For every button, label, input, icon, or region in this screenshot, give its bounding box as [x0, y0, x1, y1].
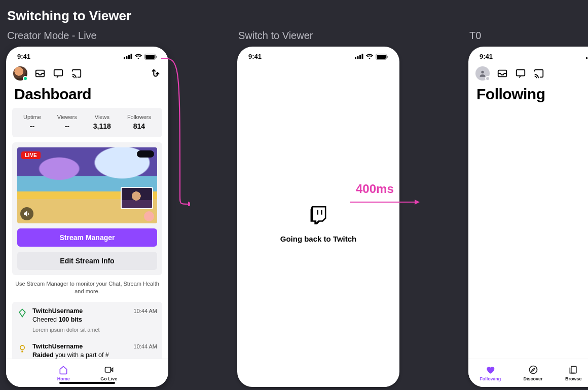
- svg-point-25: [481, 71, 484, 73]
- tab-browse[interactable]: Browse: [565, 365, 582, 381]
- svg-rect-10: [105, 367, 111, 372]
- stat-viewers: Viewers--: [57, 114, 77, 130]
- svg-marker-33: [415, 200, 420, 205]
- duration-annotation: 400ms: [356, 182, 394, 196]
- wifi-icon: [365, 54, 374, 59]
- feed-item[interactable]: TwitchUsername Raided you with a part of…: [12, 337, 162, 359]
- stream-card: LIVE Stream Manager Edit Stream Info: [12, 142, 162, 275]
- avatar[interactable]: [13, 66, 27, 81]
- tab-home[interactable]: Home: [57, 365, 70, 381]
- phone-viewer: 9:41 Following: [468, 47, 588, 387]
- status-bar: 9:41: [237, 47, 399, 62]
- cellular-icon: [124, 54, 132, 59]
- inbox-icon[interactable]: [34, 68, 46, 79]
- cellular-icon: [355, 54, 363, 59]
- bulb-icon: [17, 343, 27, 354]
- character-icon: [144, 211, 154, 221]
- edit-stream-info-button[interactable]: Edit Stream Info: [17, 252, 157, 270]
- battery-icon: [144, 54, 157, 60]
- svg-rect-13: [359, 55, 361, 60]
- svg-rect-8: [54, 70, 63, 76]
- activity-feed: TwitchUsername Cheered 100 bits Lorem ip…: [12, 302, 162, 359]
- status-time: 9:41: [480, 53, 493, 60]
- column-label-t0: T0: [468, 27, 588, 47]
- feed-username: TwitchUsername: [32, 342, 129, 351]
- svg-rect-29: [571, 366, 576, 373]
- inbox-icon[interactable]: [497, 68, 508, 79]
- avatar[interactable]: [475, 66, 490, 81]
- live-badge: LIVE: [21, 151, 41, 159]
- quality-badge: [137, 150, 154, 158]
- tab-following[interactable]: Following: [480, 365, 501, 381]
- feed-item[interactable]: TwitchUsername Cheered 100 bits Lorem ip…: [12, 302, 162, 338]
- stream-hint: Use Stream Manager to monitor your Chat,…: [12, 275, 162, 298]
- chat-icon[interactable]: [53, 68, 64, 79]
- screen-title: Dashboard: [6, 84, 168, 108]
- switch-mode-icon[interactable]: [150, 68, 161, 79]
- svg-rect-0: [124, 57, 125, 59]
- svg-marker-31: [188, 202, 190, 206]
- svg-rect-12: [357, 56, 359, 59]
- transition-message: Going back to Twitch: [280, 235, 357, 243]
- column-label-switch: Switch to Viewer: [237, 27, 399, 47]
- stat-followers: Followers814: [127, 114, 151, 130]
- svg-rect-14: [362, 54, 363, 59]
- page-title: Switching to Viewer: [0, 0, 588, 27]
- diamond-icon: [17, 308, 27, 318]
- svg-point-28: [529, 366, 537, 374]
- stat-views: Views3,118: [93, 114, 111, 130]
- svg-rect-6: [156, 56, 157, 58]
- chat-icon[interactable]: [515, 68, 526, 79]
- status-bar: 9:41: [6, 47, 168, 62]
- screen-title: Following: [468, 84, 588, 108]
- battery-icon: [376, 54, 388, 60]
- status-bar: 9:41: [468, 47, 588, 62]
- svg-rect-2: [128, 55, 130, 60]
- svg-point-9: [20, 346, 24, 350]
- column-label-creator: Creator Mode - Live: [6, 27, 168, 47]
- cast-icon[interactable]: [71, 68, 82, 79]
- stream-preview[interactable]: LIVE: [17, 147, 157, 223]
- cellular-icon: [586, 54, 588, 59]
- svg-rect-16: [377, 55, 386, 59]
- cast-icon[interactable]: [533, 68, 544, 79]
- svg-rect-18: [586, 57, 587, 59]
- tab-go-live[interactable]: Go Live: [100, 365, 117, 381]
- phone-transition: 9:41 Going back to Twitch: [237, 47, 399, 387]
- wifi-icon: [134, 54, 142, 59]
- twitch-logo-icon: [310, 206, 327, 226]
- feed-time: 10:44 AM: [134, 307, 157, 314]
- feed-time: 10:44 AM: [134, 342, 157, 349]
- stats-panel: Uptime-- Viewers-- Views3,118 Followers8…: [12, 108, 162, 137]
- stream-manager-button[interactable]: Stream Manager: [17, 228, 157, 247]
- status-time: 9:41: [17, 53, 30, 60]
- webcam-pip: [121, 187, 153, 209]
- mute-icon[interactable]: [20, 207, 33, 220]
- home-indicator[interactable]: [59, 382, 115, 384]
- tab-discover[interactable]: Discover: [524, 365, 543, 381]
- svg-rect-3: [131, 54, 132, 59]
- svg-rect-5: [145, 55, 155, 59]
- status-time: 9:41: [248, 53, 262, 60]
- svg-rect-1: [126, 56, 128, 59]
- tab-bar: Following Discover Browse Search: [468, 359, 588, 387]
- svg-rect-17: [387, 56, 388, 58]
- feed-username: TwitchUsername: [32, 307, 129, 316]
- phone-creator: 9:41 Dashboard Uptime-- Viewers-: [6, 47, 168, 387]
- svg-rect-27: [517, 70, 525, 76]
- stat-uptime: Uptime--: [23, 114, 41, 130]
- svg-rect-11: [355, 57, 356, 59]
